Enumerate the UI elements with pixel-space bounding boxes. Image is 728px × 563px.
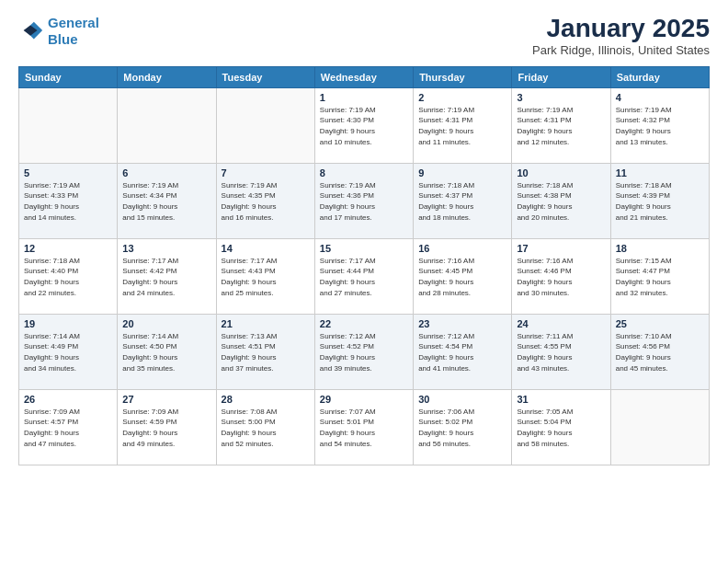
week-row-3: 12Sunrise: 7:18 AMSunset: 4:40 PMDayligh… — [19, 238, 710, 314]
cell-date: 28 — [222, 394, 310, 405]
page: General Blue January 2025 Park Ridge, Il… — [0, 0, 728, 563]
cell-date: 29 — [320, 394, 408, 405]
cell-date: 22 — [320, 318, 408, 329]
cell-date: 26 — [24, 394, 112, 405]
calendar-cell: 3Sunrise: 7:19 AMSunset: 4:31 PMDaylight… — [512, 87, 610, 163]
week-row-5: 26Sunrise: 7:09 AMSunset: 4:57 PMDayligh… — [19, 389, 710, 465]
cell-info: Sunrise: 7:14 AMSunset: 4:49 PMDaylight:… — [24, 331, 112, 373]
cell-info: Sunrise: 7:18 AMSunset: 4:37 PMDaylight:… — [418, 180, 506, 223]
cell-info: Sunrise: 7:15 AMSunset: 4:47 PMDaylight:… — [616, 256, 704, 298]
calendar-cell: 30Sunrise: 7:06 AMSunset: 5:02 PMDayligh… — [414, 389, 512, 465]
calendar-cell: 28Sunrise: 7:08 AMSunset: 5:00 PMDayligh… — [216, 389, 314, 465]
calendar-cell: 6Sunrise: 7:19 AMSunset: 4:34 PMDaylight… — [118, 163, 216, 238]
weekday-wednesday: Wednesday — [314, 66, 413, 87]
cell-date: 1 — [320, 92, 408, 103]
weekday-thursday: Thursday — [414, 66, 512, 87]
cell-date: 11 — [616, 167, 704, 178]
calendar-cell — [19, 87, 118, 163]
calendar-cell: 4Sunrise: 7:19 AMSunset: 4:32 PMDaylight… — [610, 87, 709, 163]
cell-date: 4 — [616, 92, 704, 103]
cell-info: Sunrise: 7:09 AMSunset: 4:59 PMDaylight:… — [122, 407, 210, 449]
logo-text: General Blue — [48, 15, 99, 48]
cell-date: 20 — [122, 318, 210, 329]
cell-info: Sunrise: 7:18 AMSunset: 4:40 PMDaylight:… — [24, 256, 112, 298]
cell-info: Sunrise: 7:19 AMSunset: 4:36 PMDaylight:… — [320, 180, 408, 223]
cell-date: 21 — [222, 318, 310, 329]
weekday-tuesday: Tuesday — [216, 66, 314, 87]
calendar-cell: 16Sunrise: 7:16 AMSunset: 4:45 PMDayligh… — [414, 238, 512, 314]
calendar-cell: 23Sunrise: 7:12 AMSunset: 4:54 PMDayligh… — [414, 314, 512, 389]
calendar-cell: 9Sunrise: 7:18 AMSunset: 4:37 PMDaylight… — [414, 163, 512, 238]
cell-date: 27 — [122, 394, 210, 405]
calendar-cell: 5Sunrise: 7:19 AMSunset: 4:33 PMDaylight… — [19, 163, 118, 238]
cell-info: Sunrise: 7:07 AMSunset: 5:01 PMDaylight:… — [320, 407, 408, 449]
title-block: January 2025 Park Ridge, Illinois, Unite… — [532, 15, 710, 57]
week-row-1: 1Sunrise: 7:19 AMSunset: 4:30 PMDaylight… — [19, 87, 710, 163]
calendar-cell: 19Sunrise: 7:14 AMSunset: 4:49 PMDayligh… — [19, 314, 118, 389]
cell-date: 9 — [418, 167, 506, 178]
calendar-cell — [118, 87, 216, 163]
calendar-cell: 29Sunrise: 7:07 AMSunset: 5:01 PMDayligh… — [314, 389, 413, 465]
cell-info: Sunrise: 7:08 AMSunset: 5:00 PMDaylight:… — [222, 407, 310, 449]
calendar-cell: 2Sunrise: 7:19 AMSunset: 4:31 PMDaylight… — [414, 87, 512, 163]
calendar-cell: 26Sunrise: 7:09 AMSunset: 4:57 PMDayligh… — [19, 389, 118, 465]
location: Park Ridge, Illinois, United States — [532, 43, 710, 57]
cell-info: Sunrise: 7:19 AMSunset: 4:30 PMDaylight:… — [320, 105, 408, 147]
calendar-cell: 27Sunrise: 7:09 AMSunset: 4:59 PMDayligh… — [118, 389, 216, 465]
calendar-table: SundayMondayTuesdayWednesdayThursdayFrid… — [18, 66, 710, 465]
week-row-4: 19Sunrise: 7:14 AMSunset: 4:49 PMDayligh… — [19, 314, 710, 389]
cell-info: Sunrise: 7:17 AMSunset: 4:42 PMDaylight:… — [122, 256, 210, 298]
cell-date: 3 — [517, 92, 605, 103]
logo-general: General — [48, 15, 99, 30]
cell-date: 18 — [616, 243, 704, 254]
calendar-cell: 11Sunrise: 7:18 AMSunset: 4:39 PMDayligh… — [610, 163, 709, 238]
cell-info: Sunrise: 7:19 AMSunset: 4:34 PMDaylight:… — [122, 180, 210, 223]
week-row-2: 5Sunrise: 7:19 AMSunset: 4:33 PMDaylight… — [19, 163, 710, 238]
cell-info: Sunrise: 7:13 AMSunset: 4:51 PMDaylight:… — [222, 331, 310, 373]
calendar-cell: 7Sunrise: 7:19 AMSunset: 4:35 PMDaylight… — [216, 163, 314, 238]
cell-date: 25 — [616, 318, 704, 329]
cell-info: Sunrise: 7:06 AMSunset: 5:02 PMDaylight:… — [418, 407, 506, 449]
cell-date: 31 — [517, 394, 605, 405]
calendar-cell: 14Sunrise: 7:17 AMSunset: 4:43 PMDayligh… — [216, 238, 314, 314]
cell-date: 8 — [320, 167, 408, 178]
cell-info: Sunrise: 7:16 AMSunset: 4:45 PMDaylight:… — [418, 256, 506, 298]
cell-info: Sunrise: 7:19 AMSunset: 4:35 PMDaylight:… — [222, 180, 310, 223]
cell-info: Sunrise: 7:19 AMSunset: 4:32 PMDaylight:… — [616, 105, 704, 147]
cell-info: Sunrise: 7:19 AMSunset: 4:31 PMDaylight:… — [517, 105, 605, 147]
cell-date: 13 — [122, 243, 210, 254]
calendar-cell: 17Sunrise: 7:16 AMSunset: 4:46 PMDayligh… — [512, 238, 610, 314]
header: General Blue January 2025 Park Ridge, Il… — [18, 15, 710, 57]
cell-info: Sunrise: 7:19 AMSunset: 4:33 PMDaylight:… — [24, 180, 112, 223]
calendar-cell: 21Sunrise: 7:13 AMSunset: 4:51 PMDayligh… — [216, 314, 314, 389]
cell-date: 2 — [418, 92, 506, 103]
cell-date: 6 — [122, 167, 210, 178]
cell-info: Sunrise: 7:12 AMSunset: 4:54 PMDaylight:… — [418, 331, 506, 373]
weekday-sunday: Sunday — [19, 66, 118, 87]
cell-info: Sunrise: 7:05 AMSunset: 5:04 PMDaylight:… — [517, 407, 605, 449]
calendar-cell — [216, 87, 314, 163]
weekday-monday: Monday — [118, 66, 216, 87]
cell-date: 14 — [222, 243, 310, 254]
cell-date: 15 — [320, 243, 408, 254]
calendar-cell: 15Sunrise: 7:17 AMSunset: 4:44 PMDayligh… — [314, 238, 413, 314]
cell-info: Sunrise: 7:17 AMSunset: 4:43 PMDaylight:… — [222, 256, 310, 298]
calendar-cell — [610, 389, 709, 465]
logo-blue: Blue — [48, 31, 78, 47]
cell-date: 30 — [418, 394, 506, 405]
calendar-cell: 24Sunrise: 7:11 AMSunset: 4:55 PMDayligh… — [512, 314, 610, 389]
cell-info: Sunrise: 7:11 AMSunset: 4:55 PMDaylight:… — [517, 331, 605, 373]
calendar-cell: 10Sunrise: 7:18 AMSunset: 4:38 PMDayligh… — [512, 163, 610, 238]
calendar-cell: 25Sunrise: 7:10 AMSunset: 4:56 PMDayligh… — [610, 314, 709, 389]
cell-date: 16 — [418, 243, 506, 254]
cell-date: 5 — [24, 167, 112, 178]
cell-info: Sunrise: 7:10 AMSunset: 4:56 PMDaylight:… — [616, 331, 704, 373]
calendar-cell: 12Sunrise: 7:18 AMSunset: 4:40 PMDayligh… — [19, 238, 118, 314]
calendar-cell: 1Sunrise: 7:19 AMSunset: 4:30 PMDaylight… — [314, 87, 413, 163]
cell-info: Sunrise: 7:12 AMSunset: 4:52 PMDaylight:… — [320, 331, 408, 373]
calendar-cell: 20Sunrise: 7:14 AMSunset: 4:50 PMDayligh… — [118, 314, 216, 389]
cell-date: 17 — [517, 243, 605, 254]
cell-date: 19 — [24, 318, 112, 329]
calendar-cell: 22Sunrise: 7:12 AMSunset: 4:52 PMDayligh… — [314, 314, 413, 389]
cell-info: Sunrise: 7:09 AMSunset: 4:57 PMDaylight:… — [24, 407, 112, 449]
